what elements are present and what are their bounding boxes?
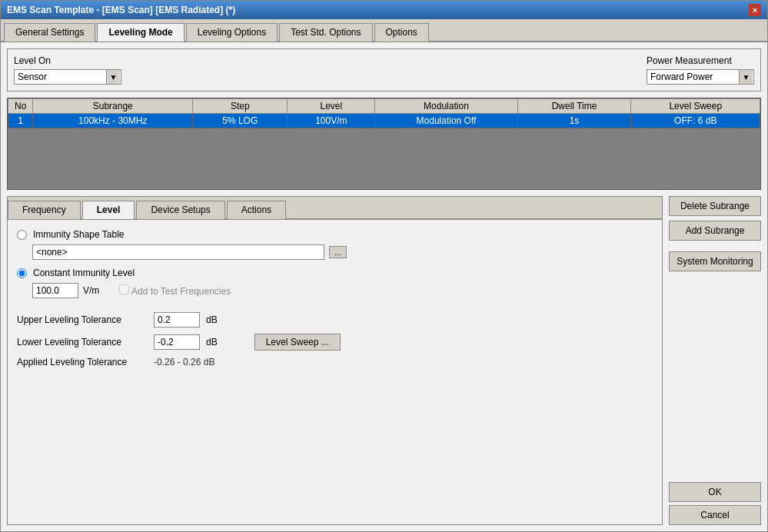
table-row[interactable]: 1 100kHz - 30MHz 5% LOG 100V/m Modulatio… (8, 114, 760, 128)
top-section: Level On Sensor Power Meter Field Probe … (7, 48, 761, 91)
level-on-label: Level On (14, 55, 121, 66)
cell-level: 100V/m (288, 114, 375, 128)
applied-tolerance-value: -0.26 - 0.26 dB (154, 357, 214, 367)
sub-tab-level[interactable]: Level (82, 201, 135, 219)
delete-subrange-button[interactable]: Delete Subrange (669, 196, 761, 216)
sub-tab-device-setups[interactable]: Device Setups (136, 201, 224, 219)
system-monitoring-button[interactable]: System Monitoring (669, 251, 761, 271)
add-to-test-freq-checkbox (119, 284, 129, 294)
lower-tolerance-unit: dB (206, 337, 218, 347)
upper-tolerance-label: Upper Leveling Tolerance (17, 314, 148, 325)
level-sweep-button[interactable]: Level Sweep ... (254, 334, 341, 351)
right-panel: Delete Subrange Add Subrange System Moni… (669, 196, 761, 525)
level-on-select-wrapper: Sensor Power Meter Field Probe ▼ (14, 69, 121, 85)
level-sweep-btn-wrapper: Level Sweep ... (254, 334, 341, 351)
window-title: EMS Scan Template - [EMS Scan] [EMS Radi… (7, 5, 235, 15)
col-step: Step (193, 99, 288, 114)
cancel-button[interactable]: Cancel (669, 505, 761, 525)
cell-level-sweep: OFF: 6 dB (631, 114, 760, 128)
immunity-shape-row: Immunity Shape Table (17, 229, 653, 240)
col-modulation: Modulation (375, 99, 517, 114)
immunity-shape-input[interactable]: <none> (32, 244, 324, 260)
level-tab-content: Immunity Shape Table <none> ... Constant… (8, 220, 662, 524)
add-to-test-freq-label: Add to Test Frequencies (131, 286, 231, 297)
constant-immunity-input[interactable]: 100.0 (32, 283, 78, 298)
subrange-table-section: No Subrange Step Level Modulation Dwell … (7, 98, 761, 190)
immunity-shape-radio[interactable] (17, 230, 27, 240)
bottom-buttons: OK Cancel (669, 482, 761, 525)
power-measurement-label: Power Measurement (647, 55, 754, 66)
lower-tolerance-row: Lower Leveling Tolerance -0.2 dB Level S… (17, 334, 653, 351)
sub-tabs: Frequency Level Device Setups Actions (8, 197, 662, 220)
lower-tolerance-label: Lower Leveling Tolerance (17, 337, 148, 347)
main-window: EMS Scan Template - [EMS Scan] [EMS Radi… (0, 0, 768, 532)
title-bar: EMS Scan Template - [EMS Scan] [EMS Radi… (1, 1, 767, 19)
tab-test-std-options[interactable]: Test Std. Options (279, 23, 372, 42)
main-tabs: General Settings Leveling Mode Leveling … (1, 19, 767, 42)
sub-tab-frequency[interactable]: Frequency (8, 201, 81, 219)
upper-tolerance-row: Upper Leveling Tolerance 0.2 dB (17, 312, 653, 328)
immunity-shape-label: Immunity Shape Table (33, 229, 125, 240)
sub-tab-actions[interactable]: Actions (227, 201, 286, 219)
lower-tolerance-input[interactable]: -0.2 (154, 334, 200, 350)
power-measurement-select[interactable]: Forward Power Reflected Power Net Power (647, 69, 754, 85)
col-dwell-time: Dwell Time (517, 99, 631, 114)
tab-leveling-mode[interactable]: Leveling Mode (97, 23, 184, 42)
cell-modulation: Modulation Off (375, 114, 517, 128)
add-subrange-button[interactable]: Add Subrange (669, 221, 761, 241)
immunity-shape-input-row: <none> ... (32, 244, 653, 260)
cell-dwell-time: 1s (517, 114, 631, 128)
constant-immunity-label: Constant Immunity Level (33, 268, 135, 278)
col-level-sweep: Level Sweep (631, 99, 760, 114)
level-on-select[interactable]: Sensor Power Meter Field Probe (14, 69, 121, 85)
add-to-test-freq-wrapper: Add to Test Frequencies (119, 284, 231, 297)
immunity-shape-browse-btn[interactable]: ... (329, 246, 347, 258)
close-button[interactable]: × (749, 4, 761, 16)
power-measurement-select-wrapper: Forward Power Reflected Power Net Power … (647, 69, 754, 85)
upper-tolerance-input[interactable]: 0.2 (154, 312, 200, 328)
constant-immunity-unit: V/m (83, 285, 99, 296)
content-area: Level On Sensor Power Meter Field Probe … (1, 42, 767, 531)
cell-subrange: 100kHz - 30MHz (33, 114, 193, 128)
col-level: Level (288, 99, 375, 114)
tolerance-section: Upper Leveling Tolerance 0.2 dB Lower Le… (17, 312, 653, 367)
col-no: No (8, 99, 33, 114)
constant-immunity-row: Constant Immunity Level (17, 268, 653, 278)
applied-tolerance-label: Applied Leveling Tolerance (17, 357, 148, 367)
main-bottom: Frequency Level Device Setups Actions Im… (7, 196, 761, 525)
ok-button[interactable]: OK (669, 482, 761, 502)
power-measurement-group: Power Measurement Forward Power Reflecte… (647, 55, 754, 85)
subrange-table: No Subrange Step Level Modulation Dwell … (8, 98, 760, 128)
col-subrange: Subrange (33, 99, 193, 114)
left-panel: Frequency Level Device Setups Actions Im… (7, 196, 663, 525)
cell-no: 1 (8, 114, 33, 128)
cell-step: 5% LOG (193, 114, 288, 128)
tab-general-settings[interactable]: General Settings (4, 23, 95, 42)
level-on-group: Level On Sensor Power Meter Field Probe … (14, 55, 121, 85)
tab-leveling-options[interactable]: Leveling Options (186, 23, 278, 42)
applied-tolerance-row: Applied Leveling Tolerance -0.26 - 0.26 … (17, 357, 653, 367)
constant-immunity-radio[interactable] (17, 268, 27, 278)
upper-tolerance-unit: dB (206, 314, 218, 325)
constant-immunity-input-row: 100.0 V/m Add to Test Frequencies (32, 283, 653, 298)
tab-options[interactable]: Options (374, 23, 429, 42)
